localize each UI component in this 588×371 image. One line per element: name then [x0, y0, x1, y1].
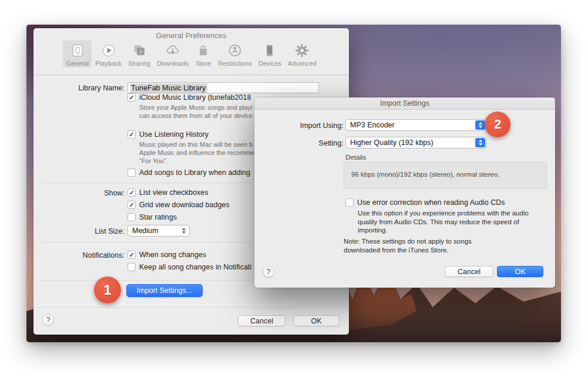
toolbar-tab-label: Downloads — [157, 60, 189, 67]
details-text: 96 kbps (mono)/192 kbps (stereo), normal… — [351, 171, 499, 178]
setting-label: Setting: — [256, 139, 344, 147]
listening-history-checkbox[interactable]: Use Listening History — [127, 130, 209, 139]
listening-desc-line1: Music played on this Mac will be seen b — [139, 140, 253, 149]
note-text: Note: These settings do not apply to son… — [344, 237, 503, 254]
toolbar-tab-label: Playback — [95, 60, 122, 67]
toolbar-tab-label: General — [66, 60, 89, 67]
help-button[interactable]: ? — [263, 266, 274, 278]
checkbox-icon — [127, 201, 136, 209]
dialog-titlebar[interactable]: Import Settings — [254, 97, 555, 110]
checkbox-icon — [127, 213, 136, 221]
window-title: General Preferences — [156, 31, 227, 40]
toolbar-tab-label: Restrictions — [218, 60, 251, 67]
toolbar-tab-advanced[interactable]: Advanced — [285, 41, 320, 68]
cancel-button[interactable]: Cancel — [445, 266, 493, 277]
notifications-label: Notifications: — [36, 251, 125, 259]
list-size-dropdown[interactable]: Medium — [127, 225, 190, 237]
sharing-icon: ♪ — [131, 42, 147, 59]
keep-song-changes-checkbox[interactable]: Keep all song changes in Notificati — [127, 263, 251, 271]
toolbar-tab-downloads[interactable]: Downloads — [154, 41, 191, 68]
ok-button[interactable]: OK — [293, 315, 340, 326]
chevron-updown-icon — [475, 138, 485, 147]
checkbox-icon — [127, 130, 136, 139]
desktop: General Preferences General Playback ♪ S… — [26, 25, 561, 342]
listening-desc-line2: Apple Music and influence the recomme — [139, 149, 254, 157]
restrictions-icon — [227, 42, 243, 59]
checkbox-icon — [127, 168, 136, 177]
checkbox-icon — [127, 263, 136, 271]
grid-view-badges-checkbox[interactable]: Grid view download badges — [127, 201, 230, 209]
icloud-desc-line2: can access them from all of your device — [139, 112, 253, 120]
add-songs-checkbox[interactable]: Add songs to Library when adding — [127, 168, 250, 177]
show-label: Show: — [36, 189, 125, 197]
playback-icon — [100, 42, 117, 59]
list-view-checkboxes-checkbox[interactable]: List view checkboxes — [127, 188, 208, 197]
svg-text:♪: ♪ — [139, 49, 142, 55]
error-correction-desc: Use this option if you experience proble… — [358, 209, 540, 235]
toolbar-tab-playback[interactable]: Playback — [92, 41, 125, 68]
divider — [33, 307, 349, 308]
when-song-changes-checkbox[interactable]: When song changes — [127, 251, 206, 259]
window-titlebar[interactable]: General Preferences — [33, 31, 349, 40]
ok-button[interactable]: OK — [497, 266, 543, 277]
general-icon — [69, 42, 86, 59]
dialog-title: Import Settings — [380, 99, 429, 107]
import-settings-button[interactable]: Import Settings... — [126, 284, 203, 297]
step-2-badge: 2 — [485, 112, 510, 137]
toolbar-tab-label: Devices — [258, 60, 281, 67]
setting-dropdown[interactable]: Higher Quality (192 kbps) — [345, 137, 486, 149]
listening-desc-line3: “For You”. — [139, 157, 167, 165]
toolbar-tab-devices[interactable]: Devices — [256, 41, 284, 68]
toolbar-tab-store[interactable]: Store — [192, 41, 214, 68]
toolbar-tab-restrictions[interactable]: Restrictions — [215, 41, 254, 68]
selected-text: TuneFab Music Library — [130, 83, 207, 93]
library-name-label: Library Name: — [36, 84, 125, 92]
checkbox-icon — [127, 188, 136, 197]
help-button[interactable]: ? — [42, 314, 54, 326]
chevron-updown-icon — [179, 226, 189, 235]
icloud-music-library-checkbox[interactable]: iCloud Music Library (tunefab2018 — [127, 93, 251, 102]
preferences-toolbar: General Playback ♪ Sharing Downloads — [33, 39, 349, 75]
step-1-badge: 1 — [94, 276, 121, 303]
icloud-desc-line1: Store your Apple Music songs and playl — [139, 103, 253, 112]
devices-icon — [261, 42, 278, 59]
toolbar-tab-label: Advanced — [288, 60, 317, 67]
store-icon — [195, 42, 211, 59]
chevron-updown-icon — [475, 120, 485, 130]
list-size-label: List Size: — [36, 227, 125, 235]
star-ratings-checkbox[interactable]: Star ratings — [127, 213, 177, 221]
error-correction-checkbox[interactable]: Use error correction when reading Audio … — [345, 198, 505, 207]
toolbar-tab-label: Store — [196, 60, 211, 67]
import-using-dropdown[interactable]: MP3 Encoder — [345, 119, 486, 131]
details-label: Details — [345, 154, 366, 161]
toolbar-tab-label: Sharing — [128, 60, 150, 67]
checkbox-icon — [127, 93, 136, 102]
toolbar-tab-sharing[interactable]: ♪ Sharing — [125, 41, 153, 68]
import-using-label: Import Using: — [256, 122, 344, 130]
cancel-button[interactable]: Cancel — [238, 315, 285, 326]
toolbar-tab-general[interactable]: General — [63, 41, 92, 68]
checkbox-icon — [127, 251, 136, 259]
advanced-gear-icon — [294, 42, 310, 59]
checkbox-icon — [345, 198, 354, 207]
library-name-input[interactable]: TuneFab Music Library — [127, 82, 319, 93]
downloads-icon — [164, 42, 181, 59]
details-box: 96 kbps (mono)/192 kbps (stereo), normal… — [344, 162, 547, 189]
